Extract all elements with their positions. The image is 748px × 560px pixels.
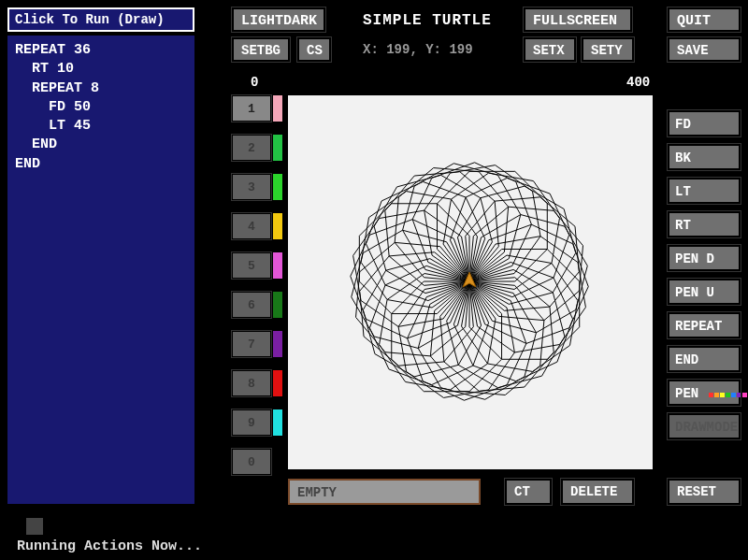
slot-swatch: [273, 213, 282, 239]
slot-swatch: [273, 409, 282, 436]
penup-button[interactable]: PEN U: [668, 279, 741, 305]
slot-button[interactable]: 8: [232, 370, 271, 396]
fd-button[interactable]: FD: [668, 110, 741, 136]
slot-button[interactable]: 6: [232, 292, 271, 318]
pen-button[interactable]: PEN: [668, 380, 741, 406]
slot-button[interactable]: 9: [232, 409, 271, 436]
drawing-canvas[interactable]: [288, 95, 653, 469]
repeat-button[interactable]: REPEAT: [668, 312, 741, 338]
slot-7[interactable]: 7: [232, 331, 282, 357]
save-button[interactable]: SAVE: [668, 37, 741, 62]
status-text: Running Actions Now...: [17, 538, 202, 554]
slot-5[interactable]: 5: [232, 252, 282, 279]
slot-2[interactable]: 2: [232, 135, 282, 161]
slot-button[interactable]: 3: [232, 174, 271, 200]
slot-button[interactable]: 7: [232, 331, 271, 357]
slot-swatch: [273, 174, 282, 200]
slot-swatch: [273, 292, 282, 318]
setx-button[interactable]: SETX: [524, 37, 576, 62]
ct-button[interactable]: CT: [505, 479, 552, 505]
quit-button[interactable]: QUIT: [668, 7, 741, 32]
status-indicator-icon: [26, 518, 43, 535]
slot-swatch: [273, 95, 282, 122]
slot-button[interactable]: 5: [232, 252, 271, 279]
slot-swatch: [273, 370, 282, 396]
slot-swatch: [273, 135, 282, 161]
axis-max-label: 400: [626, 75, 650, 90]
run-header[interactable]: Click To Run (Draw): [7, 7, 194, 32]
slot-swatch: [273, 331, 282, 357]
rt-button[interactable]: RT: [668, 211, 741, 237]
slot-swatch: [273, 449, 282, 475]
bk-button[interactable]: BK: [668, 144, 741, 170]
setbg-button[interactable]: SETBG: [232, 37, 290, 62]
code-panel[interactable]: REPEAT 36 RT 10 REPEAT 8 FD 50 LT 45 END…: [7, 36, 194, 504]
app-title: SIMPLE TURTLE: [363, 12, 492, 29]
slot-4[interactable]: 4: [232, 213, 282, 239]
fullscreen-button[interactable]: FULLSCREEN: [524, 7, 632, 32]
cursor-coords: X: 199, Y: 199: [363, 42, 473, 57]
clearscreen-button[interactable]: CS: [297, 37, 331, 62]
sety-button[interactable]: SETY: [582, 37, 634, 62]
slot-button[interactable]: 2: [232, 135, 271, 161]
slot-3[interactable]: 3: [232, 174, 282, 200]
pen-palette-icon: [709, 386, 748, 401]
slot-button[interactable]: 4: [232, 213, 271, 239]
reset-button[interactable]: RESET: [668, 479, 741, 505]
slot-0[interactable]: 0: [232, 449, 282, 475]
delete-button[interactable]: DELETE: [561, 479, 634, 505]
lt-button[interactable]: LT: [668, 178, 741, 204]
drawmode-button[interactable]: DRAWMODE: [668, 413, 741, 439]
end-button[interactable]: END: [668, 346, 741, 372]
slot-swatch: [273, 252, 282, 279]
pendown-button[interactable]: PEN D: [668, 245, 741, 271]
slot-1[interactable]: 1: [232, 95, 282, 122]
slot-button[interactable]: 0: [232, 449, 271, 475]
command-palette: FD BK LT RT PEN D PEN U REPEAT END PEN D…: [668, 110, 741, 447]
slot-9[interactable]: 9: [232, 409, 282, 436]
slot-button[interactable]: 1: [232, 95, 271, 122]
slot-6[interactable]: 6: [232, 292, 282, 318]
program-slots: 1234567890: [232, 95, 282, 488]
empty-slot-label[interactable]: EMPTY: [288, 479, 481, 505]
lightdark-button[interactable]: LIGHTDARK: [232, 7, 325, 32]
axis-min-label: 0: [251, 75, 258, 90]
slot-8[interactable]: 8: [232, 370, 282, 396]
